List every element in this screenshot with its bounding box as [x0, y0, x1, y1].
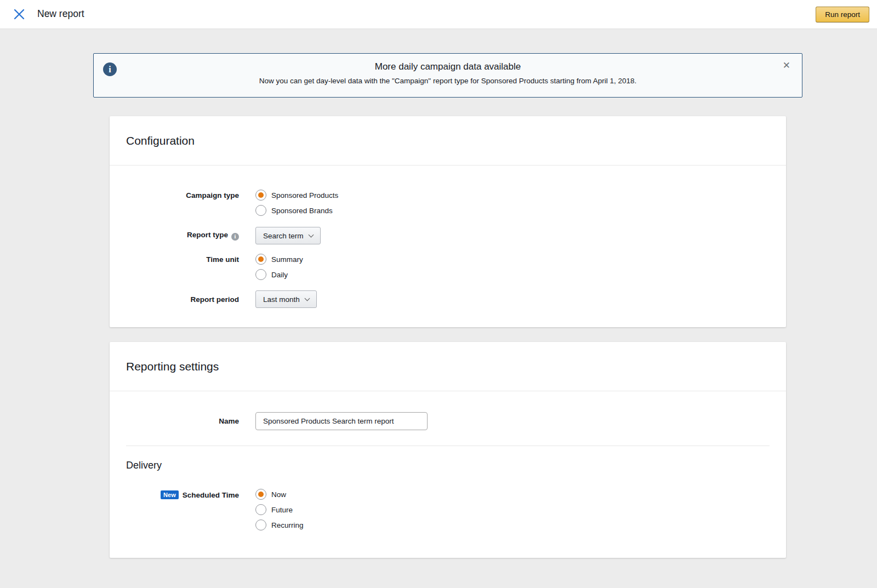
- banner-close-icon[interactable]: ✕: [783, 61, 790, 70]
- info-tooltip-icon[interactable]: i: [231, 233, 239, 241]
- report-name-input[interactable]: [255, 412, 428, 430]
- reporting-settings-body: Name Delivery NewScheduled Time Now: [110, 391, 786, 534]
- radio-label: Sponsored Products: [271, 191, 338, 199]
- new-report-page: New report Run report i More daily campa…: [0, 0, 877, 588]
- scheduled-time-label-text: Scheduled Time: [183, 491, 239, 499]
- delivery-divider: [126, 446, 770, 446]
- radio-future[interactable]: Future: [255, 504, 304, 516]
- report-type-dropdown[interactable]: Search term: [255, 227, 321, 244]
- info-icon: i: [103, 62, 117, 76]
- configuration-header: Configuration: [110, 116, 786, 165]
- time-unit-label: Time unit: [110, 253, 239, 284]
- report-type-value: Search term: [263, 232, 304, 240]
- new-badge: New: [161, 490, 179, 499]
- chevron-down-icon: [304, 295, 310, 301]
- radio-daily[interactable]: Daily: [255, 269, 303, 281]
- close-icon[interactable]: [14, 9, 25, 20]
- radio-selected-icon[interactable]: [255, 190, 266, 201]
- report-type-label-text: Report type: [187, 231, 228, 239]
- top-bar: New report Run report: [0, 0, 877, 29]
- reporting-settings-card: Reporting settings Name Delivery NewSche…: [110, 342, 786, 558]
- delivery-title: Delivery: [126, 460, 786, 471]
- report-period-label: Report period: [110, 295, 239, 304]
- time-unit-row: Time unit Summary Daily: [110, 253, 786, 284]
- campaign-type-label: Campaign type: [110, 189, 239, 220]
- configuration-body: Campaign type Sponsored Products Sponsor…: [110, 165, 786, 308]
- radio-label: Future: [271, 506, 293, 514]
- run-report-button[interactable]: Run report: [816, 7, 869, 22]
- report-period-dropdown[interactable]: Last month: [255, 290, 317, 308]
- radio-selected-icon[interactable]: [255, 489, 266, 500]
- report-period-row: Report period Last month: [110, 290, 786, 308]
- radio-label: Sponsored Brands: [271, 207, 333, 215]
- radio-recurring[interactable]: Recurring: [255, 519, 304, 531]
- banner-content: More daily campaign data available Now y…: [94, 54, 802, 85]
- scheduled-time-options: Now Future Recurring: [255, 488, 304, 534]
- campaign-type-options: Sponsored Products Sponsored Brands: [255, 189, 338, 220]
- configuration-title: Configuration: [126, 134, 195, 147]
- radio-unselected-icon[interactable]: [255, 269, 266, 280]
- page-title: New report: [37, 8, 84, 20]
- radio-label: Daily: [271, 271, 288, 279]
- banner-title: More daily campaign data available: [94, 61, 802, 72]
- radio-sponsored-products[interactable]: Sponsored Products: [255, 189, 338, 201]
- radio-unselected-icon[interactable]: [255, 205, 266, 216]
- report-type-label: Report typei: [110, 231, 239, 241]
- chevron-down-icon: [308, 232, 314, 237]
- report-type-row: Report typei Search term: [110, 227, 786, 244]
- reporting-settings-header: Reporting settings: [110, 342, 786, 391]
- name-control: [255, 412, 428, 430]
- radio-label: Now: [271, 490, 286, 499]
- reporting-settings-title: Reporting settings: [126, 360, 219, 373]
- radio-now[interactable]: Now: [255, 488, 304, 500]
- campaign-type-row: Campaign type Sponsored Products Sponsor…: [110, 189, 786, 220]
- radio-summary[interactable]: Summary: [255, 253, 303, 265]
- configuration-card: Configuration Campaign type Sponsored Pr…: [110, 116, 786, 327]
- radio-unselected-icon[interactable]: [255, 504, 266, 515]
- radio-label: Summary: [271, 255, 303, 264]
- time-unit-options: Summary Daily: [255, 253, 303, 284]
- radio-unselected-icon[interactable]: [255, 520, 266, 530]
- scheduled-time-row: NewScheduled Time Now Future Recurring: [110, 488, 786, 534]
- scheduled-time-label: NewScheduled Time: [110, 488, 239, 534]
- name-row: Name: [110, 412, 786, 430]
- report-period-value: Last month: [263, 295, 300, 304]
- report-type-control: Search term: [255, 227, 321, 244]
- info-banner: i More daily campaign data available Now…: [93, 53, 802, 98]
- radio-label: Recurring: [271, 521, 304, 529]
- name-label: Name: [110, 417, 239, 425]
- banner-message: Now you can get day-level data with the …: [94, 77, 802, 85]
- radio-selected-icon[interactable]: [255, 254, 266, 265]
- report-period-control: Last month: [255, 290, 317, 308]
- radio-sponsored-brands[interactable]: Sponsored Brands: [255, 204, 338, 216]
